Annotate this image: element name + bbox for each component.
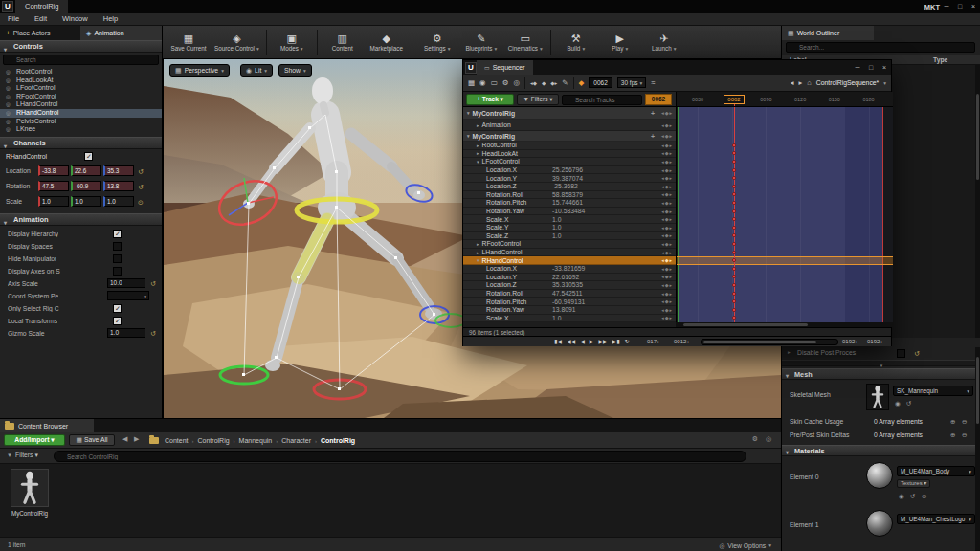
key-nav-icons[interactable]: ◂◆▸ [661,150,673,156]
material1-thumbnail[interactable] [866,510,893,537]
keyframe-dot[interactable] [732,226,736,230]
back-arrow-icon[interactable]: ◂ [791,76,794,91]
keyframe-dot[interactable] [732,242,736,246]
key-nav-icons[interactable]: ◂◆▸ [661,291,673,297]
key-nav-icons[interactable]: ◂◆▸ [661,143,673,148]
sequencer-track-mycontrolrig[interactable]: ▾MyControlRig+◂◆▸ [463,107,676,120]
expander-icon[interactable]: ▸ [477,250,479,255]
material0-dropdown[interactable]: M_UE4Man_Body▾ [897,466,975,476]
controls-tree-item-rootcontrol[interactable]: ◎RootControl [0,68,163,77]
outliner-scrollbar[interactable] [975,65,980,338]
sequencer-track-location-z[interactable]: Location.Z-25.3682◂◆▸ [463,183,676,191]
tab-world-outliner[interactable]: ▦ World Outliner [782,26,874,40]
sequencer-track-rfootcontrol[interactable]: ▸RFootControl◂◆▸ [463,240,676,249]
material0-thumbnail[interactable] [866,462,893,489]
mesh-section-header[interactable]: ▾Mesh [782,368,980,380]
eye-icon[interactable]: ◎ [513,76,520,91]
add-key-icon[interactable]: ◆ [542,76,546,91]
viewport-show-button[interactable]: Show▾ [278,64,312,77]
sequencer-track-rhandcontrol[interactable]: ▾RHandControl◂◆▸ [463,256,676,265]
actions-gear-icon[interactable]: ⚙ [502,76,509,91]
remove-element-icon[interactable]: ⊖ [962,418,967,426]
reset-icon[interactable]: ↺ [150,279,156,288]
display-spaces-checkbox[interactable] [113,242,122,251]
expander-icon[interactable]: ▸ [788,349,791,355]
gizmo-scale-field[interactable]: 1.0 [107,328,145,338]
viewport-lit-button[interactable]: ◉Lit▾ [240,64,273,77]
key-nav-icons[interactable]: ◂◆▸ [661,225,673,231]
key-nav-icons[interactable]: ◂◆▸ [661,232,673,238]
coord-system-pe-dropdown[interactable]: ▾ [107,291,149,300]
tab-place-actors[interactable]: + Place Actors [0,26,80,40]
keyframe-dot[interactable] [732,168,736,172]
reset-icon[interactable]: ↺ [914,349,920,358]
keyframe-dot[interactable] [732,160,736,164]
material1-dropdown[interactable]: M_UE4Man_ChestLogo▾ [897,514,975,524]
channels-section-header[interactable]: ▾Channels [0,137,163,149]
materials-section-header[interactable]: ▾Materials [782,445,980,456]
playhead-frame-label[interactable]: 0062 [724,95,745,104]
sequencer-track-lhandcontrol[interactable]: ▸LHandControl◂◆▸ [463,249,676,257]
key-nav-icons[interactable]: ◂◆▸ [661,266,673,272]
sequencer-track-location-z[interactable]: Location.Z35.310535◂◆▸ [463,281,676,290]
sequencer-track-location-y[interactable]: Location.Y39.387074◂◆▸ [463,174,676,183]
scale-y-field[interactable]: 1.0 [71,196,101,207]
add-icon[interactable]: + [651,133,655,140]
key-nav-icons[interactable]: ◂◆▸ [661,257,673,263]
column-type[interactable]: Type [933,56,947,63]
keyframe-dot[interactable] [732,267,736,271]
keyframe-dot[interactable] [732,185,736,188]
tab-content-browser[interactable]: Content Browser [0,419,94,432]
camera-icon[interactable]: ◉ [479,76,486,91]
next-key-icon[interactable]: ◆▸ [550,76,557,91]
expander-icon[interactable]: ▾ [477,159,479,165]
display-axes-on-s-checkbox[interactable] [113,267,122,276]
browse-icon[interactable]: ◉ [895,400,901,408]
menu-file[interactable]: File [0,13,27,25]
add-icon[interactable]: + [651,110,655,117]
browse-icon[interactable]: ◉ [899,493,904,500]
sequencer-track-rotation-yaw[interactable]: Rotation.Yaw13.8091◂◆▸ [463,306,676,315]
key-nav-icons[interactable]: ◂◆▸ [661,298,673,304]
toolbar-content-button[interactable]: ▥Content [321,27,365,58]
location-x-field[interactable]: -33.8 [38,165,69,176]
sequencer-track-rotation-pitch[interactable]: Rotation.Pitch-60.949131◂◆▸ [463,298,676,306]
work-range-end[interactable]: 0192+ [842,339,858,344]
add-element-icon[interactable]: ⊕ [950,431,955,439]
work-range-start[interactable]: 0012+ [674,339,690,344]
playback-end-marker[interactable] [882,107,883,322]
skeletal-mesh-thumbnail[interactable] [866,384,889,410]
key-nav-icons[interactable]: ◂◆▸ [661,184,673,189]
keyframe-dot[interactable] [732,143,736,147]
advanced-expander[interactable]: ▾ [782,360,980,366]
display-hierarchy-checkbox[interactable] [113,230,122,238]
toolbar-cinematics-button[interactable]: ▭Cinematics▾ [503,27,547,58]
sequencer-track-scale-x[interactable]: Scale.X1.0◂◆▸ [463,215,676,224]
loop-button[interactable]: ↻ [625,339,630,345]
play-reverse-button[interactable]: ◀ [580,339,585,345]
playhead-line[interactable] [734,107,735,322]
skeletal-mesh-dropdown[interactable]: SK_Mannequin▾ [893,386,973,396]
save-all-button[interactable]: ▦ Save All [69,434,115,446]
sequence-breadcrumb[interactable]: ControlRigSequence* [816,79,879,86]
toolbar-settings-button[interactable]: ⚙Settings▾ [415,27,459,58]
view-icon[interactable]: ◎ [766,435,771,443]
view-range-start[interactable]: -017+ [645,339,660,344]
key-nav-icons[interactable]: ◂◆▸ [661,216,673,222]
toolbar-launch-button[interactable]: ✈Launch▾ [642,27,686,58]
controls-tree-item-rhandcontrol[interactable]: ◎RHandControl [0,109,163,118]
reset-icon[interactable]: ↺ [138,183,144,191]
step-back-button[interactable]: ◀◀ [567,339,575,345]
controls-tree-item-lhandcontrol[interactable]: ◎LHandControl [0,100,163,109]
current-frame-box[interactable]: 0062 [645,94,672,105]
edit-pencil-icon[interactable]: ✎ [562,76,568,91]
asset-tile-mycontrolrig[interactable]: MyControlRig [8,469,52,528]
rotation-z-field[interactable]: 13.8 [103,181,134,191]
keyframe-dot[interactable] [732,209,736,213]
sequencer-track-scale-z[interactable]: Scale.Z1.0◂◆▸ [463,232,676,241]
only-select-rig-c-checkbox[interactable] [113,304,122,313]
toolbar-play-button[interactable]: ▶Play▾ [598,27,642,58]
back-button[interactable]: ◀ [122,435,127,443]
sequencer-track-rotation-pitch[interactable]: Rotation.Pitch15.744661◂◆▸ [463,199,676,208]
toolbar-save-current-button[interactable]: ▦Save Current [167,27,211,58]
